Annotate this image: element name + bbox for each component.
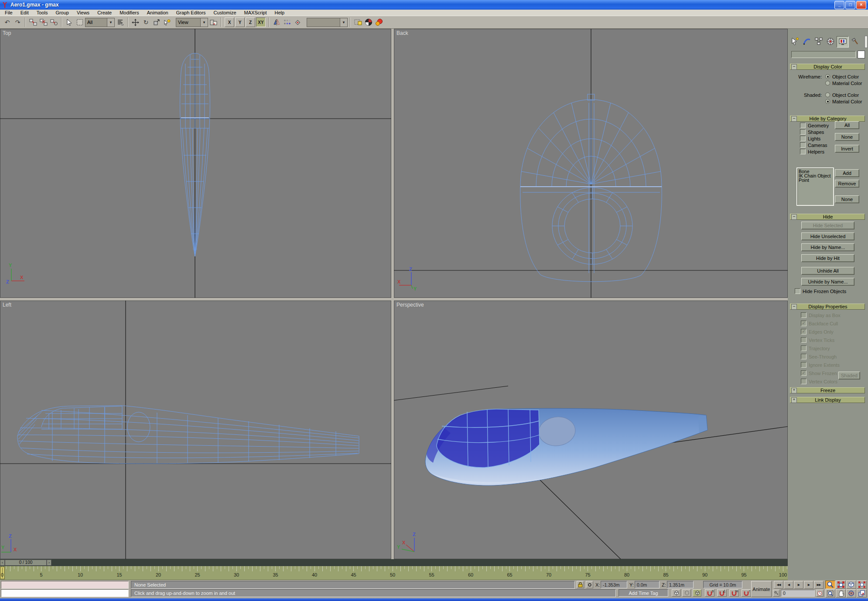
array-icon[interactable]	[282, 17, 292, 27]
object-name-field[interactable]	[791, 51, 856, 58]
snap-cube-dashed-icon[interactable]	[682, 589, 691, 597]
checkbox-backface-cull[interactable]: ✓	[801, 321, 806, 326]
collapse-icon[interactable]: –	[791, 64, 797, 70]
restrict-z-button[interactable]: Z	[246, 17, 255, 27]
menu-item-maxscript[interactable]: MAXScript	[240, 10, 271, 15]
checkbox-edges-only[interactable]: ✓	[801, 329, 806, 335]
menu-item-edit[interactable]: Edit	[17, 10, 33, 15]
trackbar-next-icon[interactable]: ›	[47, 560, 51, 566]
select-and-link-icon[interactable]	[28, 17, 38, 27]
restrict-x-button[interactable]: X	[225, 17, 234, 27]
zoom-extents-icon[interactable]	[846, 581, 856, 589]
menu-item-create[interactable]: Create	[93, 10, 116, 15]
time-configuration-icon[interactable]	[816, 590, 824, 597]
viewport-vertical-splitter[interactable]	[391, 29, 394, 559]
viewport-horizontal-splitter[interactable]	[0, 298, 788, 300]
zoom-all-icon[interactable]	[836, 581, 846, 589]
next-frame-icon[interactable]: ▶	[804, 581, 813, 589]
rectangular-selection-region-icon[interactable]	[75, 17, 85, 27]
tab-motion-icon[interactable]	[825, 36, 836, 47]
selection-filter-dropdown[interactable]: All▼	[85, 18, 115, 27]
list-none-button[interactable]: None	[835, 195, 859, 203]
redo-icon[interactable]: ↷	[13, 17, 23, 27]
bind-to-space-warp-icon[interactable]	[49, 17, 59, 27]
align-icon[interactable]	[293, 17, 303, 27]
shaded-object-color-radio[interactable]	[825, 92, 830, 97]
menu-item-views[interactable]: Views	[73, 10, 93, 15]
menu-item-animation[interactable]: Animation	[143, 10, 172, 15]
go-to-start-icon[interactable]: ◀◀	[774, 581, 783, 589]
percent-snap-icon[interactable]: %	[729, 589, 739, 597]
minimize-button[interactable]: _	[834, 1, 844, 9]
wireframe-object-color-radio[interactable]	[825, 74, 830, 79]
rollout-freeze[interactable]: + Freeze	[790, 387, 865, 393]
mirror-icon[interactable]	[272, 17, 282, 27]
tab-utilities-icon[interactable]	[849, 36, 861, 47]
checkbox-display-as-box[interactable]	[801, 312, 806, 318]
select-by-name-icon[interactable]	[115, 17, 125, 27]
min-max-toggle-icon[interactable]	[857, 589, 867, 598]
use-pivot-point-center-icon[interactable]	[208, 17, 219, 27]
unhide-all-button[interactable]: Unhide All	[801, 267, 854, 275]
z-coordinate-field[interactable]: 1.351m	[667, 581, 694, 588]
category-listbox[interactable]: BoneIK Chain ObjectPoint	[796, 167, 834, 206]
collapse-icon[interactable]: –	[791, 116, 797, 122]
absolute-offset-mode-icon[interactable]	[586, 581, 593, 588]
angle-snap-icon[interactable]: ∠	[717, 589, 727, 597]
select-and-scale-icon[interactable]	[151, 17, 161, 27]
spinner-snap-icon[interactable]: ↕	[742, 589, 751, 597]
checkbox-show-frozen-in-gray[interactable]: ✓	[801, 370, 806, 376]
category-none-button[interactable]: None	[835, 133, 859, 141]
snap-cube-active-icon[interactable]	[693, 589, 701, 597]
checkbox-vertex-colors[interactable]	[801, 379, 806, 384]
viewport-perspective[interactable]: Perspective Z X Y	[394, 300, 788, 559]
hide-by-name-button[interactable]: Hide by Name...	[801, 243, 854, 251]
list-remove-button[interactable]: Remove	[835, 180, 859, 188]
collapse-icon[interactable]: –	[791, 304, 797, 310]
y-coordinate-field[interactable]: 0.0m	[635, 581, 660, 588]
checkbox-lights[interactable]	[800, 136, 806, 141]
selection-lock-icon[interactable]	[577, 581, 584, 588]
vertex-colors-shaded-button[interactable]: Shaded	[838, 372, 860, 379]
key-mode-icon[interactable]	[773, 590, 779, 597]
maxscript-mini-listener-macro[interactable]	[1, 581, 129, 589]
checkbox-shapes[interactable]	[800, 129, 806, 135]
x-coordinate-field[interactable]: -1.353m	[601, 581, 627, 588]
list-add-button[interactable]: Add	[835, 169, 859, 177]
rollout-link-display[interactable]: + Link Display	[790, 397, 865, 403]
undo-icon[interactable]: ↶	[2, 17, 12, 27]
maxscript-mini-listener-script[interactable]	[1, 589, 129, 597]
checkbox-see-through[interactable]	[801, 354, 806, 359]
menu-item-graph-editors[interactable]: Graph Editors	[172, 10, 210, 15]
rollout-hide[interactable]: – Hide	[790, 214, 865, 220]
title-bar[interactable]: Aero1.gmax - gmax _ □ ×	[0, 0, 868, 10]
restrict-y-button[interactable]: Y	[235, 17, 245, 27]
tab-modify-icon[interactable]	[801, 36, 813, 47]
rollout-hide-by-category[interactable]: – Hide by Category	[790, 116, 865, 122]
menu-item-tools[interactable]: Tools	[33, 10, 52, 15]
maximize-button[interactable]: □	[845, 1, 855, 9]
restrict-xy-button[interactable]: XY	[256, 17, 266, 27]
tab-create-icon[interactable]	[789, 36, 801, 47]
viewport-back[interactable]: Back Z X Y	[394, 29, 788, 298]
current-frame-field[interactable]: 0	[781, 590, 815, 597]
snap-cube-icon[interactable]	[672, 589, 680, 597]
select-and-move-icon[interactable]	[130, 17, 140, 27]
tab-hierarchy-icon[interactable]	[813, 36, 824, 47]
zoom-icon[interactable]	[825, 581, 835, 589]
unhide-by-name-button[interactable]: Unhide by Name...	[801, 278, 854, 286]
dropdown-arrow-icon[interactable]: ▼	[107, 18, 114, 27]
checkbox-geometry[interactable]	[800, 123, 806, 128]
viewport-left[interactable]: Left Z X Y	[0, 300, 391, 559]
unlink-selection-icon[interactable]	[38, 17, 48, 27]
checkbox-helpers[interactable]	[800, 149, 806, 154]
add-time-tag[interactable]: Add Time Tag	[619, 589, 668, 597]
render-icon[interactable]	[374, 17, 384, 27]
zoom-extents-all-icon[interactable]	[857, 581, 867, 589]
material-editor-icon[interactable]	[363, 17, 373, 27]
hide-by-hit-button[interactable]: Hide by Hit	[801, 254, 854, 262]
wireframe-material-color-radio[interactable]	[825, 81, 830, 85]
menu-item-customize[interactable]: Customize	[210, 10, 240, 15]
menu-item-group[interactable]: Group	[51, 10, 73, 15]
pan-hand-icon[interactable]	[836, 589, 846, 598]
